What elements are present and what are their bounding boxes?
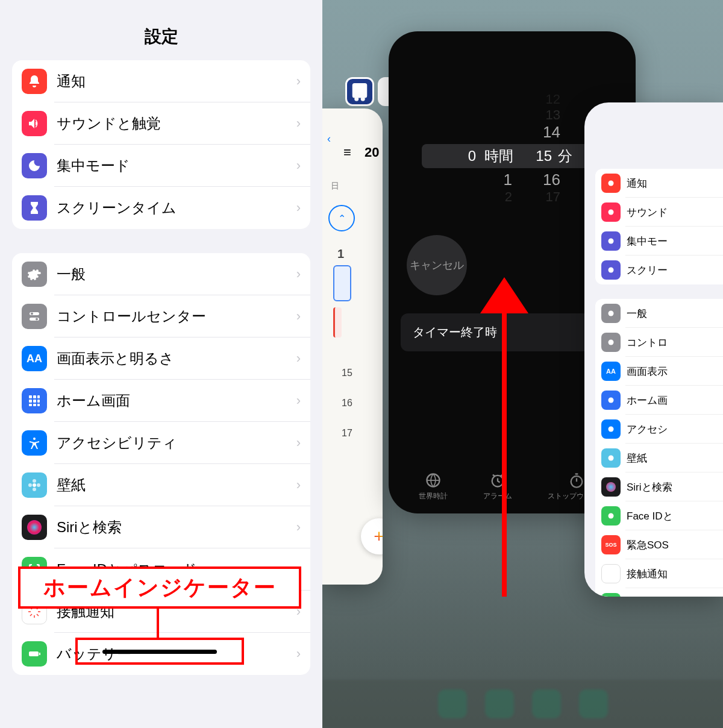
svg-rect-8	[33, 400, 36, 403]
aa-icon: AA	[22, 346, 47, 371]
header: 設定	[0, 0, 322, 60]
siri-icon	[22, 515, 47, 540]
mini-label: サウンド	[627, 206, 668, 219]
svg-rect-12	[37, 404, 40, 406]
mini-label: Siriと検索	[627, 480, 672, 494]
mini-row[interactable]: AA画面表示	[595, 357, 723, 386]
mini-row[interactable]: Face IDと	[595, 501, 723, 530]
svg-point-34	[361, 97, 365, 101]
mini-row[interactable]: コントロ	[595, 328, 723, 357]
svg-line-28	[30, 614, 32, 616]
mini-icon	[601, 419, 621, 439]
mini-row[interactable]: スクリー	[595, 256, 723, 284]
svg-rect-9	[37, 400, 40, 403]
row-display[interactable]: AA 画面表示と明るさ ›	[12, 337, 310, 380]
row-accessibility[interactable]: アクセシビリティ ›	[12, 422, 310, 464]
mini-label: バッテリ	[627, 596, 668, 597]
mini-icon	[601, 333, 621, 352]
mini-row[interactable]: 接触通知	[595, 559, 723, 588]
svg-point-17	[28, 483, 32, 487]
svg-point-16	[33, 488, 36, 491]
row-label: ホーム画面	[57, 391, 296, 410]
svg-point-50	[609, 572, 613, 576]
svg-rect-7	[29, 400, 32, 403]
mini-row[interactable]: 集中モー	[595, 227, 723, 256]
svg-point-48	[609, 456, 614, 461]
row-label: アクセシビリティ	[57, 433, 296, 453]
switches-icon	[22, 304, 47, 329]
row-siri[interactable]: Siriと検索 ›	[12, 506, 310, 548]
mini-row[interactable]: Siriと検索	[595, 472, 723, 501]
svg-rect-6	[37, 395, 40, 398]
row-wallpaper[interactable]: 壁紙 ›	[12, 464, 310, 506]
svg-rect-4	[29, 395, 32, 398]
mini-row[interactable]: アクセシ	[595, 415, 723, 444]
row-label: 集中モード	[57, 156, 296, 175]
mini-icon	[601, 506, 621, 526]
page-title: 設定	[145, 25, 178, 48]
mini-label: 接触通知	[627, 567, 668, 581]
app-icon-transit[interactable]	[345, 77, 374, 106]
mini-icon	[601, 202, 621, 222]
cancel-button[interactable]: キャンセル	[407, 235, 467, 295]
svg-point-13	[33, 438, 36, 440]
mini-label: 通知	[627, 177, 647, 190]
battery-icon	[22, 641, 47, 667]
chevron-right-icon: ›	[296, 200, 301, 216]
menu-icon: ≡	[343, 145, 351, 160]
mini-row[interactable]: ホーム画	[595, 386, 723, 415]
row-label: コントロールセンター	[57, 307, 296, 326]
bell-icon	[22, 69, 47, 94]
flower-icon	[22, 472, 47, 498]
chevron-up-icon: ⌃	[328, 205, 355, 231]
row-label: サウンドと触覚	[57, 114, 296, 133]
svg-point-45	[609, 340, 614, 345]
gear-icon	[22, 262, 47, 287]
row-screentime[interactable]: スクリーンタイム ›	[12, 187, 310, 229]
mini-row[interactable]: SOS緊急SOS	[595, 530, 723, 559]
app-switcher[interactable]: 31 概要 ‹ ≡ 20 日 ⌃ 1 15 16 17 + 12 13 14 0…	[322, 0, 723, 728]
svg-point-33	[354, 97, 358, 101]
mini-row[interactable]: 一般	[595, 299, 723, 328]
dock	[322, 680, 723, 728]
mini-row[interactable]: 壁紙	[595, 444, 723, 472]
annotation-connector	[157, 609, 159, 639]
mini-label: 集中モー	[627, 234, 668, 248]
home-indicator[interactable]	[102, 650, 217, 654]
chevron-right-icon: ›	[296, 519, 301, 535]
svg-point-42	[609, 239, 614, 244]
svg-point-46	[609, 398, 614, 403]
app-card-settings[interactable]: 通知サウンド集中モースクリー 一般コントロAA画面表示ホーム画アクセシ壁紙Sir…	[584, 102, 723, 597]
svg-rect-11	[33, 404, 36, 406]
chevron-right-icon: ›	[296, 351, 301, 366]
svg-point-21	[32, 609, 37, 614]
app-card-calendar[interactable]: ‹ ≡ 20 日 ⌃ 1 15 16 17 +	[322, 108, 383, 585]
mini-row[interactable]: バッテリ	[595, 588, 723, 597]
chevron-right-icon: ›	[296, 435, 301, 451]
mini-icon	[601, 564, 621, 583]
mini-icon	[601, 391, 621, 410]
row-label: 壁紙	[57, 475, 296, 495]
settings-group-2: 一般 › コントロールセンター › AA 画面表示と明るさ › ホーム画面 › …	[12, 253, 310, 675]
row-notifications[interactable]: 通知 ›	[12, 60, 310, 102]
moon-icon	[22, 153, 47, 178]
svg-point-40	[609, 181, 614, 186]
tab-alarm[interactable]: アラーム	[483, 472, 512, 501]
row-focus[interactable]: 集中モード ›	[12, 145, 310, 187]
mini-icon	[601, 260, 621, 280]
row-sounds[interactable]: サウンドと触覚 ›	[12, 102, 310, 145]
row-general[interactable]: 一般 ›	[12, 253, 310, 295]
mini-row[interactable]: 通知	[595, 169, 723, 198]
mini-label: 画面表示	[627, 365, 668, 378]
row-homescreen[interactable]: ホーム画面 ›	[12, 380, 310, 422]
row-control-center[interactable]: コントロールセンター ›	[12, 295, 310, 337]
row-label: 画面表示と明るさ	[57, 349, 296, 368]
add-button[interactable]: +	[361, 518, 383, 554]
chevron-right-icon: ›	[296, 266, 301, 282]
tab-worldclock[interactable]: 世界時計	[419, 472, 448, 501]
mini-row[interactable]: サウンド	[595, 198, 723, 227]
svg-line-27	[37, 614, 39, 616]
mini-icon: SOS	[601, 535, 621, 554]
settings-group-1: 通知 › サウンドと触覚 › 集中モード › スクリーンタイム ›	[12, 60, 310, 229]
mini-label: コントロ	[627, 336, 668, 350]
